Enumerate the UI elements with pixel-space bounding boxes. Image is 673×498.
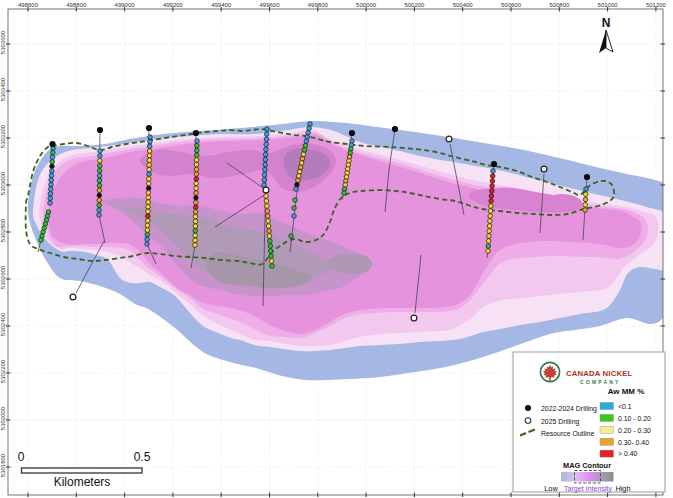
- svg-text:> 0.40: > 0.40: [618, 450, 638, 457]
- svg-text:499000: 499000: [115, 2, 136, 8]
- svg-text:5303400: 5303400: [0, 77, 6, 101]
- svg-text:Resource Outline: Resource Outline: [541, 430, 594, 437]
- svg-text:500800: 500800: [549, 2, 570, 8]
- svg-text:Aw MM %: Aw MM %: [608, 387, 645, 396]
- svg-text:498600: 498600: [18, 2, 39, 8]
- svg-text:Target Intensity: Target Intensity: [564, 485, 613, 493]
- svg-text:5302000: 5302000: [0, 406, 6, 430]
- svg-text:MAG Contour: MAG Contour: [563, 461, 611, 470]
- svg-text:499400: 499400: [211, 2, 232, 8]
- svg-text:500400: 500400: [453, 2, 474, 8]
- svg-text:5301800: 5301800: [0, 453, 6, 477]
- svg-text:N: N: [602, 16, 611, 30]
- svg-text:499800: 499800: [308, 2, 329, 8]
- svg-text:501000: 501000: [598, 2, 619, 8]
- svg-text:5302200: 5302200: [0, 359, 6, 383]
- svg-text:499200: 499200: [163, 2, 184, 8]
- svg-text:500000: 500000: [356, 2, 377, 8]
- svg-text:Low: Low: [544, 484, 558, 493]
- svg-text:499600: 499600: [259, 2, 280, 8]
- svg-text:500200: 500200: [404, 2, 425, 8]
- svg-text:501200: 501200: [646, 2, 667, 8]
- svg-text:5303000: 5303000: [0, 171, 6, 195]
- svg-text:5302400: 5302400: [0, 312, 6, 336]
- svg-text:High: High: [615, 484, 630, 493]
- svg-text:<0.1: <0.1: [618, 403, 632, 410]
- svg-text:CANADA NICKEL: CANADA NICKEL: [566, 369, 632, 378]
- svg-text:5302600: 5302600: [0, 265, 6, 289]
- svg-text:0.5: 0.5: [134, 450, 151, 464]
- svg-text:0.30- 0.40: 0.30- 0.40: [618, 439, 649, 446]
- svg-text:COMPANY: COMPANY: [580, 379, 621, 385]
- svg-text:5303600: 5303600: [0, 30, 6, 54]
- svg-text:498800: 498800: [66, 2, 87, 8]
- svg-text:0: 0: [18, 450, 25, 464]
- svg-text:0.10 - 0.20: 0.10 - 0.20: [618, 415, 651, 422]
- svg-text:Kilometers: Kilometers: [54, 475, 111, 489]
- svg-text:5303200: 5303200: [0, 124, 6, 148]
- svg-text:2022-2024 Drilling: 2022-2024 Drilling: [541, 405, 597, 413]
- svg-text:2025 Drilling: 2025 Drilling: [541, 418, 579, 426]
- svg-text:5302800: 5302800: [0, 218, 6, 242]
- svg-text:500600: 500600: [501, 2, 522, 8]
- svg-text:0.20 - 0.30: 0.20 - 0.30: [618, 427, 651, 434]
